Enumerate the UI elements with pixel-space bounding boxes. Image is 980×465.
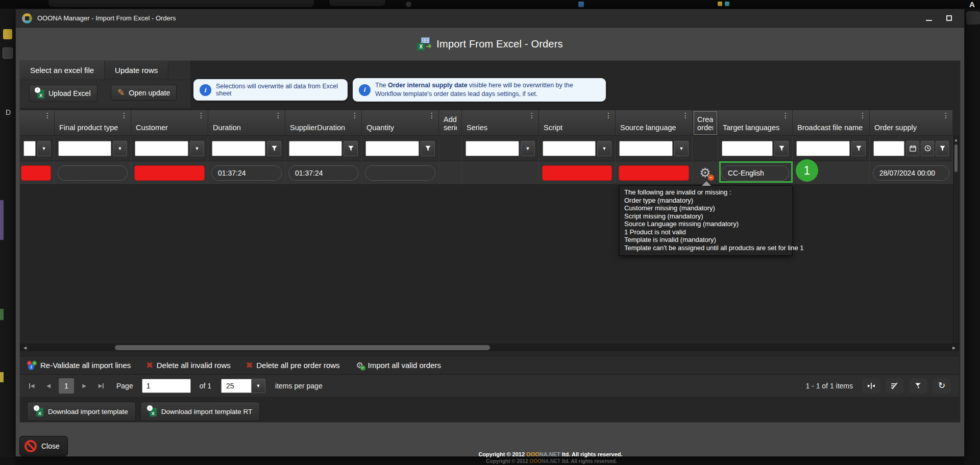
page-size-combo[interactable]: 25 ▼ — [221, 379, 265, 393]
import-valid-orders-button[interactable]: ⚙✓ Import all valid orders — [355, 361, 441, 370]
quantity-filter-button[interactable] — [421, 141, 435, 156]
column-header-create-order[interactable]: Creat order — [693, 110, 718, 136]
final-product-type-filter-input[interactable] — [58, 141, 111, 156]
target-languages-filter-button[interactable] — [774, 141, 789, 156]
column-header-series[interactable]: Series⋮ — [462, 110, 539, 136]
scroll-left-arrow[interactable]: ◀ — [21, 344, 29, 351]
tab-select-excel-file[interactable]: Select an excel file — [20, 61, 105, 80]
column-header-script[interactable]: Script⋮ — [539, 110, 616, 136]
column-menu-icon[interactable]: ⋮ — [682, 112, 689, 119]
close-button[interactable]: Close — [19, 436, 68, 456]
clock-button[interactable] — [921, 141, 934, 156]
download-import-template-rt-button[interactable]: X↓ Download import template RT — [140, 402, 260, 421]
cell-supplier-duration[interactable]: 01:37:24 — [288, 165, 358, 181]
open-update-button[interactable]: ✎ Open update — [111, 85, 177, 101]
page-size-value[interactable]: 25 — [221, 379, 252, 393]
cell-order-supply[interactable]: 28/07/2024 00:00 — [873, 165, 949, 181]
customer-filter-dropdown[interactable]: ▼ — [190, 141, 204, 156]
prev-page-button[interactable]: ◀ — [42, 379, 55, 393]
column-menu-icon[interactable]: ⋮ — [859, 112, 866, 119]
column-header-broadcast-file-name[interactable]: Broadcast file name⋮ — [793, 110, 870, 136]
clear-sort-button[interactable] — [886, 378, 904, 394]
dialog-titlebar[interactable]: OOONA Manager - Import From Excel - Orde… — [16, 9, 964, 28]
supplier-duration-filter-input[interactable] — [289, 141, 342, 156]
column-menu-icon[interactable]: ⋮ — [120, 112, 128, 119]
duration-filter-input[interactable] — [212, 141, 265, 156]
create-order-gear-button[interactable]: ⚙– — [698, 166, 713, 180]
column-header-add-series[interactable]: Add series — [439, 110, 462, 136]
series-filter-input[interactable] — [465, 141, 519, 156]
cell-customer-invalid[interactable] — [134, 165, 205, 181]
customer-filter-input[interactable] — [135, 141, 188, 156]
first-page-button[interactable]: ◀ — [25, 379, 38, 393]
broadcast-file-name-filter-input[interactable] — [796, 141, 850, 156]
final-product-type-filter-dropdown[interactable]: ▼ — [113, 141, 127, 156]
column-header-final-product-type[interactable]: Final product type⋮ — [55, 110, 131, 136]
duration-filter-button[interactable] — [267, 141, 281, 156]
horizontal-scroll-thumb[interactable] — [115, 345, 490, 350]
quantity-filter-input[interactable] — [365, 141, 419, 156]
scroll-right-arrow[interactable]: ▶ — [950, 344, 958, 351]
column-header-target-languages[interactable]: Target languages⋮ — [718, 110, 793, 136]
tab-update-rows[interactable]: Update rows — [105, 61, 168, 80]
source-language-filter-dropdown[interactable]: ▼ — [674, 141, 689, 156]
copyright-brand: NA.NET — [542, 458, 560, 464]
last-page-button[interactable]: ▶ — [94, 379, 108, 393]
script-filter-input[interactable] — [543, 141, 596, 156]
refresh-button[interactable]: ↻ — [933, 378, 951, 394]
cell-script-invalid[interactable] — [542, 165, 612, 181]
column-header-supplier-duration[interactable]: SupplierDuration⋮ — [285, 110, 362, 136]
next-page-button[interactable]: ▶ — [78, 379, 91, 393]
column-menu-icon[interactable]: ⋮ — [198, 112, 205, 119]
current-page-button[interactable]: 1 — [59, 378, 74, 394]
column-menu-icon[interactable]: ⋮ — [44, 112, 51, 119]
delete-invalid-rows-button[interactable]: ✖ Delete all invalid rows — [146, 361, 230, 370]
minimize-button[interactable] — [926, 20, 932, 21]
page-number-input[interactable] — [142, 379, 191, 393]
cell-source-language-invalid[interactable] — [619, 165, 689, 181]
column-menu-icon[interactable]: ⋮ — [782, 112, 789, 119]
column-header-quantity[interactable]: Quantity⋮ — [362, 110, 439, 136]
delete-preorder-rows-button[interactable]: ✖ Delete all pre order rows — [246, 361, 340, 370]
script-filter-dropdown[interactable]: ▼ — [597, 141, 611, 156]
supplier-duration-filter-button[interactable] — [344, 141, 358, 156]
cell-order-type-invalid[interactable] — [21, 165, 51, 181]
column-menu-icon[interactable]: ⋮ — [275, 112, 282, 119]
clear-filter-button[interactable] — [909, 378, 927, 394]
source-language-filter-input[interactable] — [619, 141, 673, 156]
broadcast-file-name-filter-button[interactable] — [851, 141, 866, 156]
grid-toolbar: –+i Re-Validate all import lines ✖ Delet… — [20, 356, 959, 374]
target-languages-filter-input[interactable] — [722, 141, 773, 156]
page-size-dropdown[interactable]: ▼ — [252, 379, 265, 393]
column-menu-icon[interactable]: ⋮ — [428, 112, 435, 119]
column-header-blank[interactable]: ⋮ — [20, 110, 55, 136]
series-filter-dropdown[interactable]: ▼ — [521, 141, 535, 156]
column-menu-icon[interactable]: ⋮ — [528, 112, 535, 119]
column-menu-icon[interactable]: ⋮ — [605, 112, 612, 119]
column-menu-icon[interactable]: ⋮ — [351, 112, 358, 119]
maximize-button[interactable] — [946, 15, 952, 21]
column-header-source-language[interactable]: Source language⋮ — [616, 110, 693, 136]
order-supply-filter-button[interactable] — [936, 141, 949, 156]
fit-columns-button[interactable] — [862, 378, 880, 394]
blank-filter-input[interactable] — [23, 141, 36, 156]
vertical-scroll-thumb[interactable] — [954, 144, 958, 172]
horizontal-scrollbar[interactable]: ◀ ▶ — [20, 344, 959, 351]
background-left-strip: D — [0, 9, 15, 457]
scroll-up-arrow[interactable]: ▲ — [953, 136, 959, 142]
download-import-template-button[interactable]: X↓ Download import template — [27, 402, 136, 421]
column-menu-icon[interactable]: ⋮ — [942, 112, 949, 119]
upload-excel-button[interactable]: X↑ Upload Excel — [29, 85, 97, 102]
vertical-scrollbar[interactable]: ▲ — [953, 136, 959, 344]
order-supply-filter-input[interactable] — [873, 141, 904, 156]
cell-duration[interactable]: 01:37:24 — [211, 165, 282, 181]
cell-series[interactable] — [462, 161, 539, 185]
cell-final-product-type[interactable] — [58, 165, 128, 181]
blank-filter-dropdown[interactable]: ▼ — [37, 141, 51, 156]
cell-quantity[interactable] — [365, 165, 435, 181]
revalidate-all-button[interactable]: –+i Re-Validate all import lines — [27, 361, 131, 370]
column-header-duration[interactable]: Duration⋮ — [208, 110, 285, 136]
column-header-order-supply[interactable]: Order supply⋮ — [870, 110, 953, 136]
calendar-button[interactable] — [906, 141, 919, 156]
column-header-customer[interactable]: Customer⋮ — [131, 110, 208, 136]
